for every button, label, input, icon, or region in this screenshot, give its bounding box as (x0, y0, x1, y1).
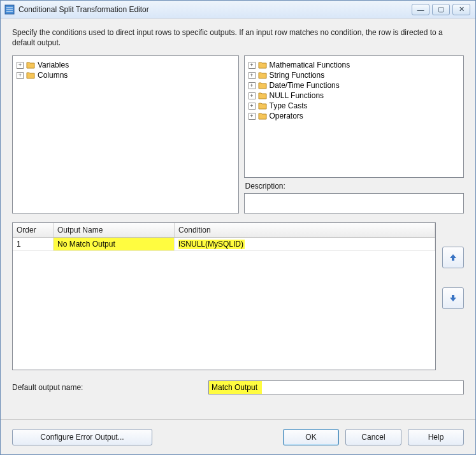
tree-label: Mathematical Functions (270, 61, 350, 69)
tree-item-math-functions[interactable]: + Mathematical Functions (247, 60, 461, 70)
titlebar[interactable]: Conditional Split Transformation Editor … (1, 1, 475, 18)
tree-item-variables[interactable]: + Variables (15, 60, 236, 70)
tree-item-type-casts[interactable]: + Type Casts (247, 101, 461, 111)
move-up-button[interactable] (442, 247, 464, 268)
conditions-grid[interactable]: Order Output Name Condition 1 No Match O… (12, 222, 436, 370)
dialog-footer: Configure Error Output... OK Cancel Help (1, 419, 475, 454)
description-label: Description: (244, 180, 465, 191)
cell-order[interactable]: 1 (13, 238, 54, 250)
expand-icon[interactable]: + (249, 92, 256, 99)
tree-panels: + Variables + Columns + (12, 55, 464, 213)
col-header-output-name[interactable]: Output Name (54, 223, 175, 237)
minimize-button[interactable]: — (412, 4, 429, 15)
default-output-row: Default output name: Match Output (12, 380, 464, 394)
folder-icon (258, 71, 267, 79)
dialog-content: Specify the conditions used to direct in… (1, 18, 475, 419)
cell-output-name[interactable]: No Match Output (54, 238, 175, 250)
functions-tree[interactable]: + Mathematical Functions + String Functi… (244, 55, 465, 178)
arrow-up-icon (449, 253, 458, 262)
expand-icon[interactable]: + (17, 62, 24, 69)
maximize-button[interactable]: ▢ (432, 4, 450, 15)
expand-icon[interactable]: + (249, 82, 256, 89)
arrow-down-icon (449, 294, 458, 303)
cell-condition[interactable]: ISNULL(MySQLID) (175, 238, 435, 250)
description-text: Specify the conditions used to direct in… (12, 27, 464, 48)
default-output-label: Default output name: (12, 383, 203, 392)
tree-label: String Functions (270, 71, 325, 80)
folder-icon (258, 102, 267, 110)
move-down-button[interactable] (442, 287, 464, 309)
expand-icon[interactable]: + (249, 113, 256, 120)
tree-label: NULL Functions (270, 91, 324, 100)
folder-icon (26, 61, 35, 69)
grid-header: Order Output Name Condition (13, 223, 435, 238)
expand-icon[interactable]: + (249, 103, 256, 110)
app-icon (4, 4, 15, 15)
ok-button[interactable]: OK (283, 429, 339, 445)
expand-icon[interactable]: + (17, 72, 24, 79)
tree-item-null-functions[interactable]: + NULL Functions (247, 90, 461, 101)
dialog-window: Conditional Split Transformation Editor … (0, 0, 476, 455)
tree-item-datetime-functions[interactable]: + Date/Time Functions (247, 80, 461, 90)
folder-icon (26, 71, 35, 79)
tree-label: Columns (38, 71, 68, 80)
tree-item-operators[interactable]: + Operators (247, 111, 461, 121)
window-title: Conditional Split Transformation Editor (18, 5, 412, 14)
conditions-area: Order Output Name Condition 1 No Match O… (12, 222, 464, 370)
folder-icon (258, 82, 267, 89)
col-header-condition[interactable]: Condition (175, 223, 435, 237)
help-button[interactable]: Help (408, 429, 464, 445)
close-button[interactable]: ✕ (452, 4, 470, 15)
col-header-order[interactable]: Order (13, 223, 54, 237)
folder-icon (258, 112, 267, 120)
folder-icon (258, 61, 267, 69)
window-controls: — ▢ ✕ (412, 4, 470, 15)
tree-label: Date/Time Functions (270, 81, 340, 90)
tree-label: Operators (270, 112, 303, 120)
tree-label: Variables (38, 61, 69, 69)
tree-item-string-functions[interactable]: + String Functions (247, 70, 461, 80)
tree-label: Type Casts (270, 101, 308, 110)
expand-icon[interactable]: + (249, 72, 256, 79)
tree-item-columns[interactable]: + Columns (15, 70, 236, 80)
description-box[interactable] (244, 193, 465, 213)
grid-row[interactable]: 1 No Match Output ISNULL(MySQLID) (13, 238, 435, 251)
default-output-input[interactable] (208, 380, 464, 394)
variables-columns-tree[interactable]: + Variables + Columns (12, 55, 239, 213)
configure-error-output-button[interactable]: Configure Error Output... (12, 429, 152, 445)
reorder-buttons (442, 222, 464, 370)
expand-icon[interactable]: + (249, 62, 256, 69)
functions-panel: + Mathematical Functions + String Functi… (244, 55, 465, 213)
folder-icon (258, 92, 267, 99)
cancel-button[interactable]: Cancel (345, 429, 401, 445)
